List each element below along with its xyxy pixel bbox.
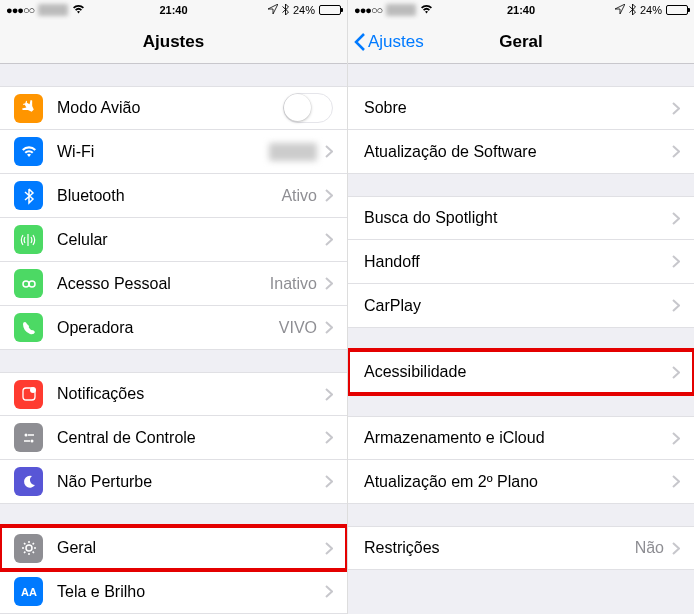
row-label: Acesso Pessoal [57,275,270,293]
airplane-switch[interactable] [283,93,333,123]
moon-icon [14,467,43,496]
svg-point-3 [30,387,36,393]
row-carrier[interactable]: Operadora VIVO [0,306,347,350]
row-label: Armazenamento e iCloud [364,429,672,447]
row-label: Modo Avião [57,99,283,117]
general-group-storage: Armazenamento e iCloud Atualização em 2º… [348,416,694,504]
chevron-right-icon [325,145,333,158]
row-label: Tela e Brilho [57,583,325,601]
row-cellular[interactable]: Celular [0,218,347,262]
svg-text:AA: AA [21,586,37,598]
row-label: Central de Controle [57,429,325,447]
hotspot-icon [14,269,43,298]
hotspot-value: Inativo [270,275,317,293]
chevron-right-icon [325,431,333,444]
chevron-right-icon [325,321,333,334]
chevron-right-icon [325,475,333,488]
general-group-about: Sobre Atualização de Software [348,86,694,174]
row-software-update[interactable]: Atualização de Software [348,130,694,174]
status-time: 21:40 [348,4,694,16]
settings-screen: ●●●○○ xxxx 21:40 24% Ajustes Modo Avião [0,0,347,614]
battery-icon [319,5,341,15]
bluetooth-icon [14,181,43,210]
svg-point-1 [29,281,35,287]
row-label: Não Perturbe [57,473,325,491]
row-label: Bluetooth [57,187,281,205]
chevron-right-icon [672,542,680,555]
row-airplane-mode[interactable]: Modo Avião [0,86,347,130]
chevron-right-icon [672,366,680,379]
chevron-right-icon [672,475,680,488]
row-label: Restrições [364,539,635,557]
row-label: Atualização de Software [364,143,672,161]
row-accessibility[interactable]: Acessibilidade [348,350,694,394]
notifications-icon [14,380,43,409]
row-background-refresh[interactable]: Atualização em 2º Plano [348,460,694,504]
nav-bar: Ajustes Geral [348,20,694,64]
row-handoff[interactable]: Handoff [348,240,694,284]
general-screen: ●●●○○ xxxx 21:40 24% Ajustes Geral Sobre… [347,0,694,614]
general-group-accessibility: Acessibilidade [348,350,694,394]
page-title: Ajustes [143,32,204,52]
row-bluetooth[interactable]: Bluetooth Ativo [0,174,347,218]
chevron-right-icon [672,212,680,225]
row-label: Celular [57,231,325,249]
chevron-right-icon [325,233,333,246]
row-label: Handoff [364,253,672,271]
status-bar: ●●●○○ xxxx 21:40 24% [348,0,694,20]
row-restrictions[interactable]: Restrições Não [348,526,694,570]
row-notifications[interactable]: Notificações [0,372,347,416]
row-label: Acessibilidade [364,363,672,381]
status-bar: ●●●○○ xxxx 21:40 24% [0,0,347,20]
row-label: Operadora [57,319,279,337]
chevron-right-icon [325,277,333,290]
phone-icon [14,313,43,342]
status-time: 21:40 [0,4,347,16]
chevron-right-icon [325,388,333,401]
general-group-features: Busca do Spotlight Handoff CarPlay [348,196,694,328]
wifi-value: xxxx [269,143,317,161]
chevron-right-icon [325,542,333,555]
row-label: Geral [57,539,325,557]
row-carplay[interactable]: CarPlay [348,284,694,328]
row-label: CarPlay [364,297,672,315]
settings-group-general: Geral AA Tela e Brilho Imagem de Fundo [0,526,347,614]
svg-point-0 [23,281,29,287]
row-dnd[interactable]: Não Perturbe [0,460,347,504]
chevron-right-icon [325,189,333,202]
page-title: Geral [499,32,542,52]
row-display[interactable]: AA Tela e Brilho [0,570,347,614]
row-label: Busca do Spotlight [364,209,672,227]
chevron-right-icon [672,145,680,158]
bluetooth-value: Ativo [281,187,317,205]
general-group-restrictions: Restrições Não [348,526,694,570]
settings-group-connectivity: Modo Avião Wi-Fi xxxx Bluetooth Ativo Ce… [0,86,347,350]
row-label: Atualização em 2º Plano [364,473,672,491]
row-spotlight[interactable]: Busca do Spotlight [348,196,694,240]
cellular-icon [14,225,43,254]
row-general[interactable]: Geral [0,526,347,570]
chevron-right-icon [672,299,680,312]
row-hotspot[interactable]: Acesso Pessoal Inativo [0,262,347,306]
row-label: Wi-Fi [57,143,269,161]
row-storage[interactable]: Armazenamento e iCloud [348,416,694,460]
row-control-center[interactable]: Central de Controle [0,416,347,460]
carrier-value: VIVO [279,319,317,337]
row-label: Sobre [364,99,672,117]
gear-icon [14,534,43,563]
controlcenter-icon [14,423,43,452]
restrictions-value: Não [635,539,664,557]
svg-point-6 [26,545,32,551]
row-about[interactable]: Sobre [348,86,694,130]
svg-point-4 [24,433,27,436]
back-button[interactable]: Ajustes [354,32,424,52]
chevron-right-icon [672,102,680,115]
nav-bar: Ajustes [0,20,347,64]
chevron-right-icon [325,585,333,598]
settings-group-alerts: Notificações Central de Controle Não Per… [0,372,347,504]
chevron-right-icon [672,432,680,445]
back-label: Ajustes [368,32,424,52]
row-wifi[interactable]: Wi-Fi xxxx [0,130,347,174]
airplane-icon [14,94,43,123]
svg-point-5 [30,439,33,442]
